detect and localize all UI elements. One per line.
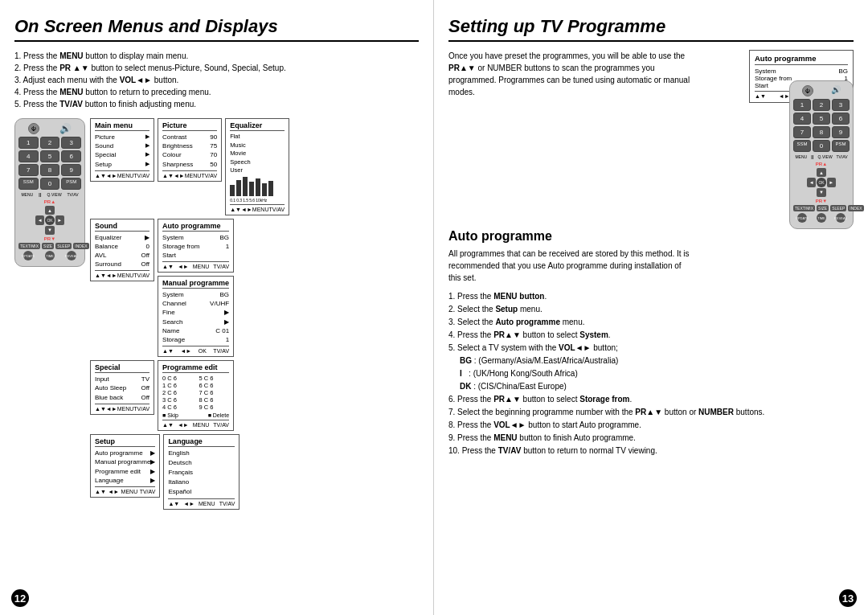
- step-7: 7. Select the beginning programme number…: [448, 406, 854, 419]
- right-ii-button[interactable]: II: [811, 154, 814, 160]
- main-menu-picture: Picture▶: [95, 133, 149, 141]
- update-button[interactable]: UPDATE: [23, 251, 33, 260]
- right-num-9[interactable]: 9: [832, 126, 850, 138]
- right-psm-button[interactable]: PSM: [832, 140, 850, 152]
- special-input: InputTV: [95, 375, 149, 383]
- right-tvav-button[interactable]: TV/AV: [836, 154, 847, 160]
- picture-menu-title: Picture: [162, 121, 217, 131]
- right-num-4[interactable]: 4: [793, 113, 811, 125]
- size-button[interactable]: SIZE: [42, 243, 54, 249]
- right-num-5[interactable]: 5: [813, 113, 830, 125]
- power-button[interactable]: ⏻: [28, 123, 39, 134]
- picture-menu-box: Picture Contrast90 Brightness75 Colour70…: [158, 118, 222, 182]
- step-bg: BG : (Germany/Asia/M.East/Africa/Austral…: [448, 355, 854, 367]
- right-size[interactable]: SIZE: [817, 205, 829, 211]
- menus-container: Main menu Picture▶ Sound▶ Special▶ Setup…: [90, 118, 419, 510]
- setup-menu-box: Setup Auto programme▶ Manual programme▶ …: [90, 434, 160, 498]
- right-time[interactable]: TIME: [817, 213, 826, 223]
- right-ok-button[interactable]: OK: [817, 178, 825, 187]
- num-2[interactable]: 2: [40, 137, 60, 149]
- num-6[interactable]: 6: [61, 150, 81, 162]
- left-arrow[interactable]: ◄: [35, 215, 44, 224]
- num-3[interactable]: 3: [61, 137, 81, 149]
- manual-channel: ChannelV/UHF: [162, 299, 229, 308]
- auto-programme-heading: Auto programme: [448, 229, 854, 244]
- setup-menu-title: Setup: [95, 437, 155, 447]
- right-speaker-icon: 🔊: [831, 85, 841, 96]
- right-index[interactable]: INDEX: [848, 205, 863, 211]
- eq-freq-labels: 0.1 0.3 1.5 5.6 10kHz: [230, 198, 285, 203]
- num-5[interactable]: 5: [40, 150, 60, 162]
- setup-language: Language▶: [95, 476, 155, 485]
- right-sleep[interactable]: SLEEP: [830, 205, 846, 211]
- right-page: Setting up TV Programme Auto programme S…: [434, 0, 868, 615]
- sound-equalizer: Equalizer▶: [95, 233, 149, 242]
- ssm-button[interactable]: SSM: [18, 178, 39, 190]
- num-4[interactable]: 4: [18, 150, 39, 162]
- right-down-arrow[interactable]: ▼: [817, 188, 825, 197]
- step-dk: DK : (CIS/China/East Europe): [448, 380, 854, 393]
- right-power-button[interactable]: ⏻: [802, 85, 813, 96]
- auto-programme-menu-box: Auto programme SystemBG Storage from1 St…: [158, 219, 234, 273]
- step-6: 6. Press the PR▲▼ button to select Stora…: [448, 393, 854, 406]
- page-number-left: 12: [11, 589, 29, 607]
- step-8: 8. Press the VOL◄► button to start Auto …: [448, 419, 854, 432]
- intro-step-4: 4. Press the MENU button to return to pr…: [14, 86, 419, 98]
- right-num-6[interactable]: 6: [832, 113, 850, 125]
- ii-button[interactable]: II: [39, 192, 42, 198]
- num-8[interactable]: 8: [40, 164, 60, 176]
- right-qview-button[interactable]: Q.VIEW: [818, 154, 833, 160]
- right-pr-down: PR▼: [816, 199, 827, 203]
- right-num-3[interactable]: 3: [832, 99, 850, 111]
- up-arrow[interactable]: ▲: [45, 206, 54, 215]
- num-9[interactable]: 9: [61, 164, 81, 176]
- time-button[interactable]: TIME: [45, 251, 55, 260]
- step-3: 3. Select the Auto programme menu.: [448, 316, 854, 329]
- right-num-0[interactable]: 0: [813, 140, 830, 152]
- picture-menu-nav: ▲▼◄►MENUTV/AV: [162, 170, 217, 178]
- right-arrow[interactable]: ►: [55, 215, 64, 224]
- ok-button[interactable]: OK: [45, 215, 54, 224]
- down-arrow[interactable]: ▼: [45, 226, 54, 235]
- right-textmix[interactable]: TEXT/MIX: [793, 205, 815, 211]
- index-button[interactable]: INDEX: [73, 243, 88, 249]
- step-i: I : (UK/Hong Kong/South Africa): [448, 367, 854, 380]
- right-left-arrow[interactable]: ◄: [807, 178, 816, 187]
- language-list: English Deutsch Français Italiano Españo…: [168, 449, 235, 497]
- sleep-button[interactable]: SLEEP: [55, 243, 72, 249]
- right-remote-top: ⏻ 🔊: [793, 85, 850, 96]
- auto-programme-title: Auto programme: [162, 222, 229, 232]
- right-up-arrow[interactable]: ▲: [817, 168, 825, 177]
- right-num-2[interactable]: 2: [813, 99, 830, 111]
- right-remote-wrap: ⏻ 🔊 1 2 3 4 5 6 7 8 9 SSM 0 PSM MENU II …: [789, 80, 854, 229]
- right-nav-area: PR▲ ▲ ◄ OK ► ▼ PR▼: [793, 162, 850, 203]
- num-1[interactable]: 1: [18, 137, 39, 149]
- right-intro: Once you have preset the programmes, you…: [448, 50, 698, 98]
- sound-menu-nav: ▲▼◄►MENUTV/AV: [95, 270, 149, 278]
- auto-start: Start: [162, 251, 229, 260]
- picture-contrast: Contrast90: [162, 133, 217, 141]
- reveal-button[interactable]: REVEAL: [67, 251, 76, 260]
- right-update[interactable]: UPDATE: [797, 213, 807, 223]
- special-blueback: Blue backOff: [95, 393, 149, 402]
- num-0[interactable]: 0: [40, 178, 60, 190]
- special-autosleep: Auto SleepOff: [95, 383, 149, 392]
- main-menu-nav: ▲▼◄►MENUTV/AV: [95, 170, 149, 178]
- right-reveal[interactable]: REVEAL: [836, 213, 845, 223]
- right-num-7[interactable]: 7: [793, 126, 811, 138]
- textmix-button[interactable]: TEXT/MIX: [18, 243, 40, 249]
- qview-button[interactable]: Q.VIEW: [47, 192, 62, 198]
- intro-step-1: 1. Press the MENU button to display main…: [14, 50, 419, 62]
- intro-step-3: 3. Adjust each menu with the VOL◄► butto…: [14, 74, 419, 86]
- page-number-right: 13: [839, 589, 857, 607]
- nav-cross: ▲ ◄ OK ► ▼: [35, 206, 64, 235]
- sound-menu-box: Sound Equalizer▶ Balance0 AVLOff Surroun…: [90, 219, 154, 282]
- right-num-1[interactable]: 1: [793, 99, 811, 111]
- tvav-button[interactable]: TV/AV: [67, 192, 78, 198]
- right-num-8[interactable]: 8: [813, 126, 830, 138]
- steps-list: 1. Press the MENU button. 2. Select the …: [448, 290, 854, 457]
- num-7[interactable]: 7: [18, 164, 39, 176]
- right-right-arrow[interactable]: ►: [827, 178, 836, 187]
- psm-button[interactable]: PSM: [61, 178, 81, 190]
- right-ssm-button[interactable]: SSM: [793, 140, 811, 152]
